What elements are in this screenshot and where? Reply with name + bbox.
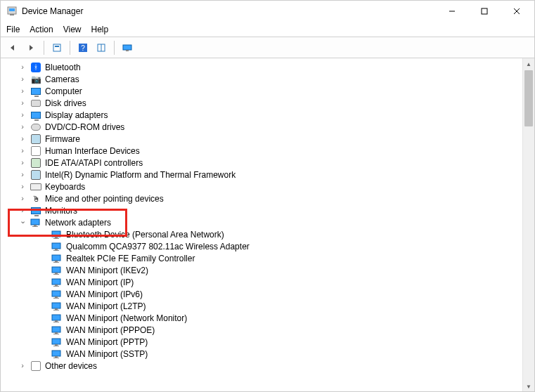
category-firmware[interactable]: Firmware	[5, 133, 522, 145]
device-item[interactable]: WAN Miniport (PPTP)	[5, 336, 522, 348]
category-label[interactable]: Human Interface Devices	[44, 146, 141, 156]
scroll-thumb[interactable]	[524, 70, 533, 126]
category-label[interactable]: DVD/CD-ROM drives	[44, 122, 125, 132]
expander-icon[interactable]	[18, 170, 27, 180]
expander-placeholder	[39, 266, 49, 275]
expander-icon[interactable]	[18, 182, 27, 192]
device-item[interactable]: Realtek PCIe FE Family Controller	[5, 252, 522, 264]
device-label[interactable]: WAN Miniport (PPTP)	[65, 337, 148, 347]
expander-icon[interactable]	[18, 206, 27, 216]
svg-rect-18	[52, 231, 60, 237]
category-label[interactable]: Cameras	[44, 74, 80, 84]
category-label[interactable]: Computer	[44, 86, 83, 96]
vertical-scrollbar[interactable]: ▲ ▼	[522, 58, 534, 392]
device-item[interactable]: WAN Miniport (SSTP)	[5, 348, 522, 360]
svg-rect-50	[53, 358, 59, 358]
app-icon	[6, 6, 18, 17]
category-label[interactable]: Firmware	[44, 134, 81, 144]
svg-rect-48	[52, 351, 60, 356]
device-item[interactable]: WAN Miniport (Network Monitor)	[5, 312, 522, 324]
expander-icon[interactable]	[18, 122, 27, 132]
hid-icon	[30, 145, 41, 157]
device-item[interactable]: Qualcomm QCA9377 802.11ac Wireless Adapt…	[5, 240, 522, 252]
back-button[interactable]	[5, 40, 20, 55]
category-label[interactable]: Bluetooth	[44, 63, 82, 72]
device-label[interactable]: WAN Miniport (IP)	[65, 277, 134, 287]
category-disk-drives[interactable]: Disk drives	[5, 97, 522, 109]
network-adapter-icon	[51, 313, 63, 324]
close-button[interactable]	[501, 1, 533, 22]
device-tree[interactable]: ᚼBluetooth📷CamerasComputerDisk drivesDis…	[1, 58, 522, 392]
expander-icon[interactable]	[18, 158, 27, 168]
scroll-down-arrow[interactable]: ▼	[523, 381, 534, 392]
category-label[interactable]: Display adapters	[44, 110, 108, 120]
maximize-button[interactable]	[468, 1, 501, 22]
ide-atapi-icon	[30, 157, 41, 169]
category-monitors[interactable]: Monitors	[5, 204, 522, 216]
device-item[interactable]: Bluetooth Device (Personal Area Network)	[5, 228, 522, 240]
expander-icon[interactable]	[18, 134, 27, 144]
expander-icon[interactable]	[18, 146, 27, 156]
category-mice[interactable]: 🖱Mice and other pointing devices	[5, 192, 522, 204]
device-item[interactable]: WAN Miniport (IKEv2)	[5, 264, 522, 276]
menu-help[interactable]: Help	[91, 25, 109, 34]
scan-hardware-button[interactable]	[120, 40, 135, 55]
menu-action[interactable]: Action	[30, 25, 53, 34]
category-label[interactable]: IDE ATA/ATAPI controllers	[44, 158, 143, 168]
expander-placeholder	[39, 337, 49, 347]
expander-icon[interactable]	[18, 361, 27, 371]
scroll-track[interactable]	[523, 70, 534, 381]
expander-icon[interactable]	[18, 98, 27, 108]
category-label[interactable]: Network adapters	[44, 218, 112, 228]
device-item[interactable]: WAN Miniport (L2TP)	[5, 300, 522, 312]
device-item[interactable]: WAN Miniport (IP)	[5, 276, 522, 288]
device-label[interactable]: Qualcomm QCA9377 802.11ac Wireless Adapt…	[65, 242, 250, 251]
toolbar-button-3[interactable]	[94, 40, 109, 55]
svg-text:?: ?	[81, 44, 85, 52]
device-label[interactable]: WAN Miniport (L2TP)	[65, 301, 147, 311]
category-dvd-cdrom[interactable]: DVD/CD-ROM drives	[5, 121, 522, 133]
category-display-adapters[interactable]: Display adapters	[5, 109, 522, 121]
category-label[interactable]: Intel(R) Dynamic Platform and Thermal Fr…	[44, 170, 236, 180]
menu-view[interactable]: View	[63, 25, 82, 34]
category-label[interactable]: Monitors	[44, 206, 78, 216]
help-button[interactable]: ?	[75, 40, 91, 55]
menu-file[interactable]: File	[6, 25, 20, 34]
category-label[interactable]: Keyboards	[44, 182, 86, 192]
category-label[interactable]: Mice and other pointing devices	[44, 194, 165, 204]
svg-rect-29	[53, 274, 59, 275]
minimize-button[interactable]	[436, 1, 468, 22]
svg-rect-45	[52, 339, 60, 344]
category-network-adapters[interactable]: Network adapters	[5, 216, 522, 228]
category-label[interactable]: Disk drives	[44, 98, 87, 108]
expander-icon[interactable]	[18, 194, 27, 204]
device-label[interactable]: WAN Miniport (Network Monitor)	[65, 313, 188, 323]
device-label[interactable]: WAN Miniport (SSTP)	[65, 349, 148, 359]
device-label[interactable]: WAN Miniport (PPPOE)	[65, 325, 155, 335]
category-bluetooth[interactable]: ᚼBluetooth	[5, 61, 522, 73]
category-hid[interactable]: Human Interface Devices	[5, 145, 522, 157]
expander-icon[interactable]	[18, 218, 27, 228]
device-item[interactable]: WAN Miniport (IPv6)	[5, 288, 522, 300]
device-label[interactable]: WAN Miniport (IKEv2)	[65, 266, 149, 275]
scroll-up-arrow[interactable]: ▲	[523, 58, 534, 70]
expander-icon[interactable]	[18, 110, 27, 120]
category-ide-atapi[interactable]: IDE ATA/ATAPI controllers	[5, 157, 522, 169]
category-keyboards[interactable]: Keyboards	[5, 181, 522, 192]
expander-icon[interactable]	[18, 63, 27, 72]
toolbar-button-1[interactable]	[49, 40, 65, 55]
category-other-devices[interactable]: Other devices	[5, 360, 522, 372]
forward-button[interactable]	[23, 40, 39, 55]
expander-icon[interactable]	[18, 86, 27, 96]
expander-placeholder	[39, 242, 49, 251]
expander-icon[interactable]	[18, 74, 27, 84]
category-cameras[interactable]: 📷Cameras	[5, 73, 522, 85]
category-label[interactable]: Other devices	[44, 361, 98, 371]
svg-rect-8	[55, 46, 59, 47]
device-label[interactable]: Bluetooth Device (Personal Area Network)	[65, 230, 225, 240]
category-intel-dptf[interactable]: Intel(R) Dynamic Platform and Thermal Fr…	[5, 169, 522, 181]
category-computer[interactable]: Computer	[5, 85, 522, 97]
device-label[interactable]: WAN Miniport (IPv6)	[65, 289, 143, 299]
device-item[interactable]: WAN Miniport (PPPOE)	[5, 324, 522, 336]
device-label[interactable]: Realtek PCIe FE Family Controller	[65, 254, 195, 263]
